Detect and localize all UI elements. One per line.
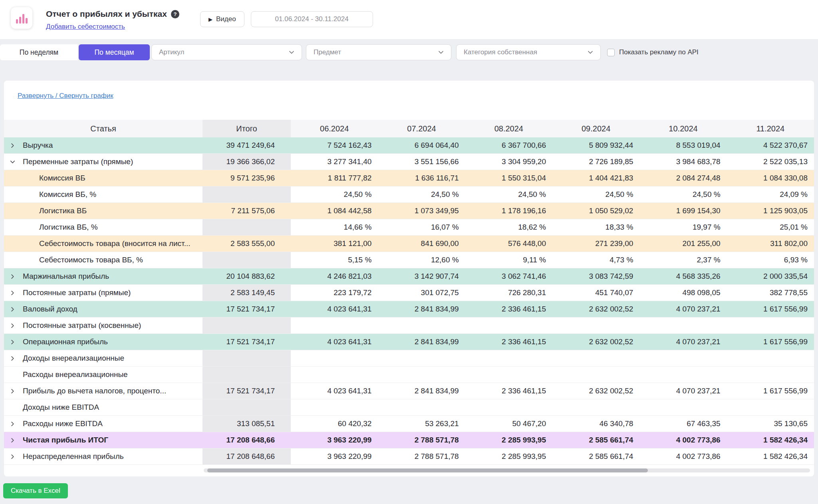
row-label-cell: Доходы ниже EBITDA <box>4 399 203 415</box>
row-label-cell[interactable]: Постоянные затраты (косвенные) <box>4 317 203 333</box>
row-label-cell[interactable]: Операционная прибыль <box>4 334 203 350</box>
row-label-cell[interactable]: Постоянные затраты (прямые) <box>4 285 203 301</box>
row-label: Переменные затраты (прямые) <box>23 157 133 166</box>
table-row[interactable]: Себестоимость товара ВБ, %5,15 %12,60 %9… <box>4 252 814 268</box>
dropdown-article[interactable]: Артикул <box>151 44 302 60</box>
value-cell: 4 568 335,26 <box>639 268 727 284</box>
row-label-cell: Себестоимость товара (вносится на лист..… <box>4 236 203 252</box>
chevron-right-icon[interactable] <box>10 388 23 394</box>
value-cell: 1 404 421,83 <box>552 170 639 186</box>
table-row[interactable]: Комиссия ВБ, %24,50 %24,50 %24,50 %24,50… <box>4 187 814 203</box>
dropdown-subject[interactable]: Предмет <box>306 44 451 60</box>
value-cell <box>378 367 465 383</box>
table-row[interactable]: Комиссия ВБ9 571 235,961 811 777,821 636… <box>4 170 814 187</box>
row-label: Операционная прибыль <box>23 337 108 346</box>
help-icon[interactable]: ? <box>171 10 179 18</box>
table-row[interactable]: Маржинальная прибыль20 104 883,624 246 8… <box>4 268 814 285</box>
api-checkbox-label[interactable]: Показать рекламу по API <box>619 48 699 56</box>
row-label-cell[interactable]: Переменные затраты (прямые) <box>4 154 203 170</box>
video-button[interactable]: ▶ Видео <box>200 11 244 27</box>
chevron-down-icon[interactable] <box>10 159 23 165</box>
table-row[interactable]: Логистика ВБ7 211 575,061 084 442,581 07… <box>4 203 814 219</box>
table-row[interactable]: Переменные затраты (прямые)19 366 366,02… <box>4 154 814 170</box>
toggle-months[interactable]: По месяцам <box>79 44 150 60</box>
row-label-cell: Логистика ВБ, % <box>4 219 203 235</box>
table-row[interactable]: Постоянные затраты (прямые)2 583 149,452… <box>4 285 814 301</box>
api-checkbox[interactable] <box>607 49 615 56</box>
dropdown-article-label: Артикул <box>159 48 184 56</box>
footer: Скачать в Excel <box>0 476 818 498</box>
chevron-right-icon[interactable] <box>10 143 23 149</box>
table-row[interactable]: Чистая прибыль ИТОГ17 208 648,663 963 22… <box>4 432 814 448</box>
row-label-cell[interactable]: Чистая прибыль ИТОГ <box>4 432 203 448</box>
row-label-cell[interactable]: Нераспределенная прибыль <box>4 448 203 464</box>
value-cell: 3 963 220,99 <box>291 432 378 448</box>
chevron-right-icon[interactable] <box>10 290 23 296</box>
table-row[interactable]: Себестоимость товара (вносится на лист..… <box>4 236 814 252</box>
chevron-right-icon[interactable] <box>10 323 23 329</box>
table-row[interactable]: Логистика ВБ, %14,66 %16,07 %18,62 %18,3… <box>4 219 814 236</box>
chevron-right-icon[interactable] <box>10 454 23 460</box>
chevron-right-icon[interactable] <box>10 339 23 345</box>
row-label: Маржинальная прибыль <box>23 272 109 281</box>
table-row[interactable]: Доходы ниже EBITDA <box>4 399 814 416</box>
row-label-cell[interactable]: Валовый доход <box>4 301 203 317</box>
chevron-right-icon[interactable] <box>10 437 23 443</box>
row-label: Доходы внереализационные <box>23 354 124 363</box>
row-label-cell[interactable]: Расходы ниже EBITDA <box>4 416 203 432</box>
value-cell: 201 255,00 <box>639 236 727 252</box>
value-cell: 2 585 661,74 <box>552 432 639 448</box>
dropdown-subject-label: Предмет <box>314 48 341 56</box>
chevron-right-icon[interactable] <box>10 274 23 280</box>
value-cell: 67 463,35 <box>639 416 727 432</box>
value-cell: 2 788 571,78 <box>378 448 465 464</box>
value-cell: 3 277 341,40 <box>291 154 378 170</box>
value-cell: 4 023 641,31 <box>291 301 378 317</box>
table-row[interactable]: Прибыль до вычета налогов, проценто...17… <box>4 383 814 399</box>
add-cost-link[interactable]: Добавить себестоимость <box>46 23 125 31</box>
value-cell: 24,50 % <box>639 187 727 202</box>
column-header: 08.2024 <box>465 120 552 137</box>
chevron-right-icon[interactable] <box>10 355 23 361</box>
row-label-cell[interactable]: Прибыль до вычета налогов, проценто... <box>4 383 203 399</box>
value-cell <box>727 399 814 415</box>
toggle-weeks[interactable]: По неделям <box>0 44 78 60</box>
value-cell: 3 963 220,99 <box>291 448 378 464</box>
value-cell: 1 550 315,04 <box>465 170 552 186</box>
total-cell: 2 583 555,00 <box>203 236 291 252</box>
date-range-input[interactable]: 01.06.2024 - 30.11.2024 <box>251 11 373 27</box>
table-row[interactable]: Расходы ниже EBITDA313 085,5160 420,3253… <box>4 416 814 432</box>
table-row[interactable]: Валовый доход17 521 734,174 023 641,312 … <box>4 301 814 317</box>
chevron-right-icon[interactable] <box>10 306 23 312</box>
horizontal-scrollbar[interactable] <box>204 468 810 472</box>
table-row[interactable]: Операционная прибыль17 521 734,174 023 6… <box>4 334 814 350</box>
value-cell: 2 084 274,48 <box>639 170 727 186</box>
table-row[interactable]: Доходы внереализационные <box>4 350 814 367</box>
chevron-down-icon <box>587 49 594 56</box>
table-row[interactable]: Выручка39 471 249,647 524 162,436 694 06… <box>4 137 814 154</box>
chart-toggle-link[interactable]: Развернуть / Свернуть график <box>18 92 113 100</box>
dropdown-category[interactable]: Категория собственная <box>456 44 601 60</box>
download-excel-button[interactable]: Скачать в Excel <box>3 483 68 498</box>
row-label-cell[interactable]: Выручка <box>4 137 203 153</box>
value-cell: 4 023 641,31 <box>291 334 378 350</box>
filter-bar: По неделям По месяцам Артикул Предмет Ка… <box>0 39 818 81</box>
table-row[interactable]: Расходы внереализационные <box>4 367 814 383</box>
value-cell <box>727 367 814 383</box>
row-label-cell[interactable]: Доходы внереализационные <box>4 350 203 366</box>
value-cell: 2 336 461,15 <box>465 383 552 399</box>
value-cell: 2 285 993,95 <box>465 432 552 448</box>
chevron-right-icon[interactable] <box>10 421 23 427</box>
total-cell: 17 521 734,17 <box>203 301 291 317</box>
row-label: Себестоимость товара ВБ, % <box>39 256 143 264</box>
value-cell <box>639 350 727 366</box>
total-cell: 17 208 648,66 <box>203 432 291 448</box>
scrollbar-thumb[interactable] <box>207 468 648 472</box>
table-row[interactable]: Нераспределенная прибыль17 208 648,663 9… <box>4 448 814 465</box>
table-row[interactable]: Постоянные затраты (косвенные) <box>4 317 814 334</box>
value-cell: 24,50 % <box>378 187 465 202</box>
value-cell: 3 083 742,59 <box>552 268 639 284</box>
row-label-cell[interactable]: Маржинальная прибыль <box>4 268 203 284</box>
value-cell <box>552 317 639 333</box>
row-label: Постоянные затраты (прямые) <box>23 288 131 297</box>
